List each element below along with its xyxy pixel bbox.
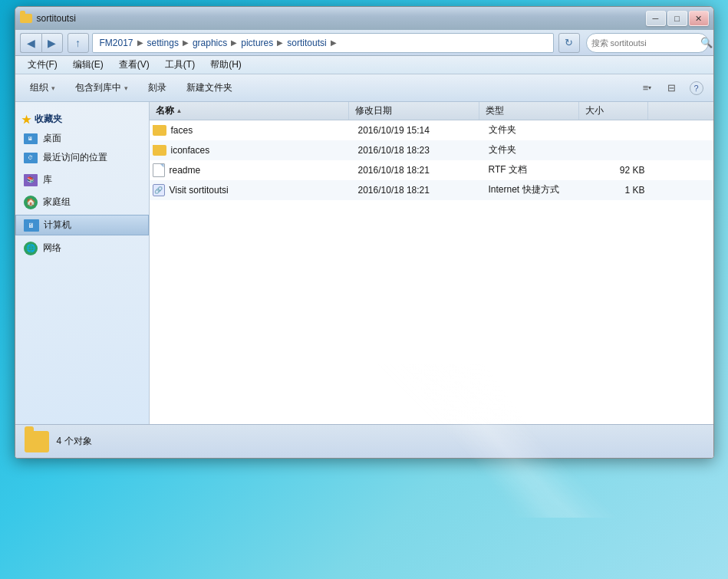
- include-dropdown-icon: ▾: [124, 84, 128, 92]
- recent-label: 最近访问的位置: [43, 151, 107, 164]
- homegroup-label: 家庭组: [43, 196, 71, 209]
- file-label-readme: readme: [170, 165, 201, 176]
- col-date-label: 修改日期: [355, 104, 392, 117]
- computer-label: 计算机: [44, 219, 71, 232]
- window-icon: [20, 12, 32, 25]
- refresh-icon: ↻: [565, 37, 573, 48]
- folder-icon-faces: [153, 125, 166, 136]
- title-bar: sortitoutsi ─ □ ✕: [15, 7, 713, 30]
- include-label: 包含到库中: [75, 81, 121, 94]
- sidebar: ★ 收藏夹 🖥 桌面 ⏱ 最近访问的位置: [15, 102, 150, 424]
- include-library-button[interactable]: 包含到库中 ▾: [67, 77, 137, 99]
- view-icon: ≡: [643, 82, 649, 94]
- col-size-label: 大小: [585, 104, 604, 117]
- menu-view[interactable]: 查看(V): [113, 57, 156, 73]
- back-button[interactable]: ◀: [20, 33, 41, 53]
- search-button[interactable]: 🔍: [700, 35, 713, 51]
- help-button[interactable]: ?: [686, 78, 707, 98]
- file-list: faces 2016/10/19 15:14 文件夹 iconfaces 201…: [150, 120, 713, 424]
- file-item-faces[interactable]: faces 2016/10/19 15:14 文件夹: [150, 120, 713, 140]
- path-item-fm2017[interactable]: FM2017: [97, 37, 136, 49]
- forward-icon: ▶: [48, 37, 56, 49]
- file-name-visit: 🔗 Visit sortitoutsi: [153, 184, 352, 196]
- path-item-pictures[interactable]: pictures: [239, 37, 275, 49]
- maximize-button[interactable]: □: [667, 11, 687, 26]
- desktop-icon: 🖥: [23, 133, 38, 145]
- recent-icon: ⏱: [23, 152, 38, 164]
- file-label-iconfaces: iconfaces: [171, 145, 210, 156]
- address-path[interactable]: FM2017 ▶ settings ▶ graphics ▶ pictures …: [92, 33, 554, 53]
- star-icon: ★: [21, 113, 31, 126]
- file-name-readme: readme: [153, 163, 352, 177]
- title-folder-icon: [20, 14, 32, 23]
- sidebar-item-library[interactable]: 📚 库: [15, 170, 149, 189]
- file-item-readme[interactable]: readme 2016/10/18 18:21 RTF 文档 92 KB: [150, 160, 713, 180]
- sidebar-item-network[interactable]: 🌐 网络: [15, 239, 149, 258]
- file-type-readme: RTF 文档: [483, 163, 582, 176]
- folder-icon-iconfaces: [153, 145, 166, 156]
- back-icon: ◀: [27, 37, 35, 49]
- path-item-settings[interactable]: settings: [145, 37, 181, 49]
- minimize-button[interactable]: ─: [646, 11, 666, 26]
- preview-pane-button[interactable]: ⊟: [661, 78, 683, 98]
- col-header-date[interactable]: 修改日期: [349, 102, 479, 120]
- col-header-name[interactable]: 名称 ▲: [150, 102, 349, 120]
- favorites-section: ★ 收藏夹 🖥 桌面 ⏱ 最近访问的位置: [15, 108, 149, 167]
- menu-file[interactable]: 文件(F): [21, 57, 64, 73]
- status-folder-icon: [25, 431, 49, 452]
- sidebar-item-computer[interactable]: 🖥 计算机: [15, 215, 149, 235]
- column-header: 名称 ▲ 修改日期 类型 大小: [150, 102, 713, 120]
- url-icon-visit: 🔗: [153, 184, 165, 196]
- network-label: 网络: [43, 242, 61, 255]
- file-name-faces: faces: [153, 125, 352, 136]
- menu-help[interactable]: 帮助(H): [204, 57, 248, 73]
- file-label-faces: faces: [171, 125, 193, 136]
- favorites-header[interactable]: ★ 收藏夹: [15, 108, 149, 129]
- title-bar-left: sortitoutsi: [20, 12, 76, 25]
- explorer-window: sortitoutsi ─ □ ✕ ◀ ▶ ↑ FM2017 ▶ setting…: [15, 6, 714, 459]
- status-bar: 4 个对象: [15, 424, 713, 458]
- search-box[interactable]: 🔍: [586, 33, 709, 53]
- file-date-iconfaces: 2016/10/18 18:23: [352, 145, 483, 156]
- path-sep-1: ▶: [137, 38, 143, 47]
- help-icon: ?: [690, 81, 703, 95]
- col-header-type[interactable]: 类型: [479, 102, 579, 120]
- search-input[interactable]: [591, 38, 697, 48]
- col-header-size[interactable]: 大小: [579, 102, 648, 120]
- refresh-button[interactable]: ↻: [558, 33, 580, 53]
- library-icon: 📚: [23, 174, 38, 186]
- file-area: 名称 ▲ 修改日期 类型 大小 faces: [150, 102, 713, 424]
- view-toggle-button[interactable]: ≡ ▾: [637, 78, 658, 98]
- burn-button[interactable]: 刻录: [140, 77, 175, 99]
- library-label: 库: [43, 173, 52, 186]
- file-size-visit: 1 KB: [582, 185, 651, 196]
- sidebar-item-desktop[interactable]: 🖥 桌面: [15, 129, 149, 148]
- doc-icon-readme: [153, 163, 165, 177]
- path-item-graphics[interactable]: graphics: [190, 37, 229, 49]
- menu-tools[interactable]: 工具(T): [159, 57, 201, 73]
- homegroup-section: 🏠 家庭组: [15, 192, 149, 212]
- sidebar-item-recent[interactable]: ⏱ 最近访问的位置: [15, 148, 149, 167]
- desktop-label: 桌面: [43, 132, 61, 145]
- up-icon: ↑: [75, 37, 81, 49]
- library-section: 📚 库: [15, 170, 149, 189]
- col-name-label: 名称: [156, 104, 174, 117]
- close-button[interactable]: ✕: [689, 11, 709, 26]
- file-type-faces: 文件夹: [483, 123, 582, 137]
- organize-dropdown-icon: ▾: [51, 84, 55, 92]
- file-item-visit[interactable]: 🔗 Visit sortitoutsi 2016/10/18 18:21 Int…: [150, 180, 713, 200]
- path-sep-3: ▶: [231, 38, 237, 47]
- menu-edit[interactable]: 编辑(E): [67, 57, 110, 73]
- sidebar-item-homegroup[interactable]: 🏠 家庭组: [15, 192, 149, 212]
- search-icon: 🔍: [700, 37, 713, 48]
- toolbar-right: ≡ ▾ ⊟ ?: [637, 78, 707, 98]
- organize-button[interactable]: 组织 ▾: [21, 77, 64, 99]
- new-folder-button[interactable]: 新建文件夹: [178, 77, 241, 99]
- file-item-iconfaces[interactable]: iconfaces 2016/10/18 18:23 文件夹: [150, 140, 713, 160]
- file-label-visit: Visit sortitoutsi: [170, 185, 229, 196]
- path-item-sortitoutsi[interactable]: sortitoutsi: [285, 37, 328, 49]
- forward-button[interactable]: ▶: [41, 33, 63, 53]
- up-button[interactable]: ↑: [68, 33, 89, 53]
- organize-label: 组织: [30, 81, 48, 94]
- view-arrow-icon: ▾: [648, 84, 651, 91]
